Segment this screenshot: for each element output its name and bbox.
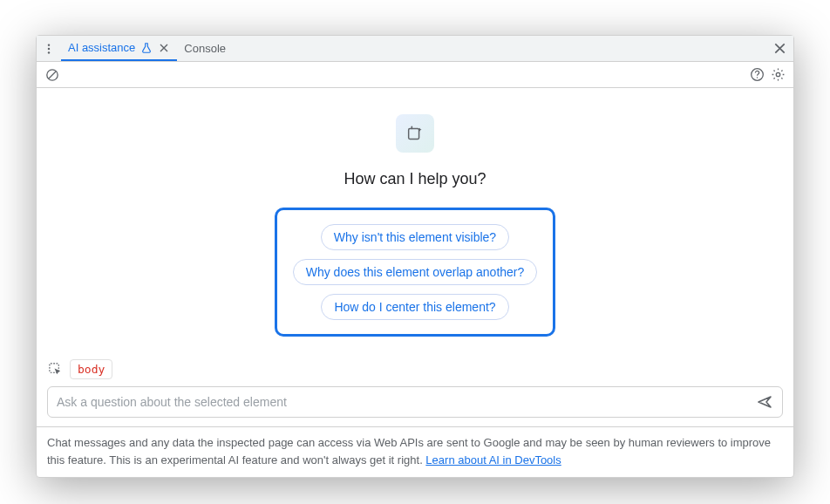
- svg-rect-7: [409, 129, 419, 140]
- suggestion-chip[interactable]: Why does this element overlap another?: [293, 259, 538, 285]
- heading: How can I help you?: [344, 170, 486, 188]
- clear-icon[interactable]: [42, 65, 63, 85]
- svg-point-1: [48, 47, 50, 49]
- suggestion-chip[interactable]: Why isn't this element visible?: [321, 224, 509, 250]
- send-icon[interactable]: [754, 392, 775, 412]
- close-tab-icon[interactable]: [158, 42, 170, 54]
- svg-point-6: [776, 72, 779, 76]
- ai-logo-icon: [396, 114, 434, 153]
- tab-label: Console: [184, 42, 226, 55]
- footer-text: Chat messages and any data the inspected…: [47, 436, 771, 467]
- selected-element-tag[interactable]: body: [70, 359, 112, 379]
- footer-link[interactable]: Learn about AI in DevTools: [425, 453, 561, 467]
- footer-disclaimer: Chat messages and any data the inspected…: [37, 426, 793, 477]
- devtools-panel: AI assistance Console: [36, 35, 794, 478]
- settings-icon[interactable]: [767, 65, 788, 85]
- element-picker-icon[interactable]: [47, 362, 63, 378]
- context-row: body: [37, 354, 793, 383]
- input-wrapper: [47, 386, 783, 418]
- tab-label: AI assistance: [68, 41, 135, 54]
- question-input[interactable]: [57, 395, 754, 409]
- tab-ai-assistance[interactable]: AI assistance: [61, 36, 177, 61]
- close-panel-icon[interactable]: [769, 38, 790, 59]
- svg-point-0: [48, 44, 50, 45]
- svg-point-5: [756, 77, 757, 78]
- more-options-icon[interactable]: [40, 40, 58, 58]
- tab-console[interactable]: Console: [177, 36, 233, 61]
- toolbar: [37, 62, 793, 88]
- suggestion-chip[interactable]: How do I center this element?: [321, 294, 508, 320]
- suggestions-box: Why isn't this element visible? Why does…: [275, 208, 556, 337]
- flask-icon: [140, 42, 153, 54]
- tab-bar: AI assistance Console: [37, 36, 793, 62]
- svg-point-2: [48, 51, 50, 53]
- help-icon[interactable]: [746, 65, 767, 85]
